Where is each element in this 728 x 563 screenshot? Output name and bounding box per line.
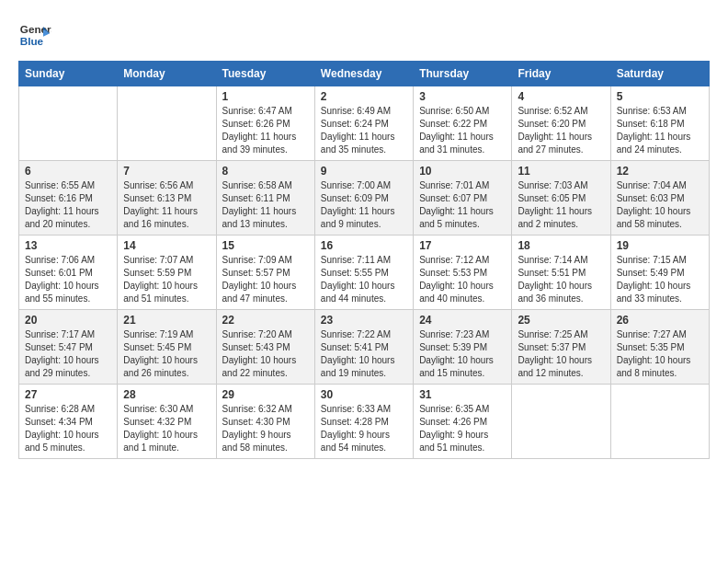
day-detail: Sunrise: 6:28 AM Sunset: 4:34 PM Dayligh… (25, 403, 111, 454)
day-number: 31 (419, 388, 506, 401)
day-number: 13 (25, 239, 111, 252)
calendar-cell: 30Sunrise: 6:33 AM Sunset: 4:28 PM Dayli… (314, 385, 413, 459)
day-number: 5 (617, 90, 703, 103)
calendar-cell: 16Sunrise: 7:11 AM Sunset: 5:55 PM Dayli… (314, 236, 413, 310)
weekday-header-tuesday: Tuesday (216, 62, 314, 86)
day-number: 11 (518, 165, 604, 178)
calendar-cell: 11Sunrise: 7:03 AM Sunset: 6:05 PM Dayli… (512, 161, 610, 236)
calendar-week-row: 6Sunrise: 6:55 AM Sunset: 6:16 PM Daylig… (19, 161, 710, 236)
calendar-table: SundayMondayTuesdayWednesdayThursdayFrid… (18, 61, 710, 459)
calendar-cell: 26Sunrise: 7:27 AM Sunset: 5:35 PM Dayli… (610, 310, 709, 385)
day-number: 12 (617, 165, 703, 178)
day-number: 30 (321, 388, 407, 401)
calendar-week-row: 20Sunrise: 7:17 AM Sunset: 5:47 PM Dayli… (19, 310, 710, 385)
calendar-cell: 23Sunrise: 7:22 AM Sunset: 5:41 PM Dayli… (314, 310, 413, 385)
calendar-cell: 29Sunrise: 6:32 AM Sunset: 4:30 PM Dayli… (216, 385, 314, 459)
weekday-header-wednesday: Wednesday (314, 62, 413, 86)
day-detail: Sunrise: 6:50 AM Sunset: 6:22 PM Dayligh… (419, 105, 506, 156)
calendar-cell (19, 86, 118, 161)
day-detail: Sunrise: 7:20 AM Sunset: 5:43 PM Dayligh… (222, 328, 309, 380)
day-number: 19 (617, 239, 703, 252)
weekday-header-monday: Monday (118, 62, 216, 86)
calendar-cell: 12Sunrise: 7:04 AM Sunset: 6:03 PM Dayli… (610, 161, 709, 236)
calendar-cell: 3Sunrise: 6:50 AM Sunset: 6:22 PM Daylig… (414, 86, 512, 161)
weekday-header-saturday: Saturday (610, 62, 709, 86)
day-number: 16 (321, 239, 407, 252)
logo-icon: General Blue (18, 18, 51, 52)
calendar-cell: 15Sunrise: 7:09 AM Sunset: 5:57 PM Dayli… (216, 236, 314, 310)
day-number: 3 (419, 90, 506, 103)
day-number: 20 (25, 314, 111, 327)
calendar-cell: 17Sunrise: 7:12 AM Sunset: 5:53 PM Dayli… (414, 236, 512, 310)
calendar-cell (118, 86, 216, 161)
day-number: 18 (518, 239, 604, 252)
calendar-cell: 18Sunrise: 7:14 AM Sunset: 5:51 PM Dayli… (512, 236, 610, 310)
day-detail: Sunrise: 7:25 AM Sunset: 5:37 PM Dayligh… (518, 328, 604, 380)
day-number: 29 (222, 388, 309, 401)
calendar-cell: 25Sunrise: 7:25 AM Sunset: 5:37 PM Dayli… (512, 310, 610, 385)
calendar-cell: 14Sunrise: 7:07 AM Sunset: 5:59 PM Dayli… (118, 236, 216, 310)
calendar-cell: 6Sunrise: 6:55 AM Sunset: 6:16 PM Daylig… (19, 161, 118, 236)
day-number: 14 (123, 239, 210, 252)
day-number: 2 (321, 90, 407, 103)
day-detail: Sunrise: 6:47 AM Sunset: 6:26 PM Dayligh… (222, 105, 309, 156)
day-detail: Sunrise: 7:22 AM Sunset: 5:41 PM Dayligh… (321, 328, 407, 380)
calendar-week-row: 1Sunrise: 6:47 AM Sunset: 6:26 PM Daylig… (19, 86, 710, 161)
calendar-cell (610, 385, 709, 459)
day-detail: Sunrise: 7:27 AM Sunset: 5:35 PM Dayligh… (617, 328, 703, 380)
calendar-cell: 22Sunrise: 7:20 AM Sunset: 5:43 PM Dayli… (216, 310, 314, 385)
calendar-cell: 4Sunrise: 6:52 AM Sunset: 6:20 PM Daylig… (512, 86, 610, 161)
day-detail: Sunrise: 7:23 AM Sunset: 5:39 PM Dayligh… (419, 328, 506, 380)
day-number: 21 (123, 314, 210, 327)
weekday-header-sunday: Sunday (19, 62, 118, 86)
day-number: 8 (222, 165, 309, 178)
calendar-cell (512, 385, 610, 459)
day-detail: Sunrise: 7:04 AM Sunset: 6:03 PM Dayligh… (617, 179, 703, 231)
day-detail: Sunrise: 7:12 AM Sunset: 5:53 PM Dayligh… (419, 254, 506, 305)
day-number: 23 (321, 314, 407, 327)
calendar-cell: 5Sunrise: 6:53 AM Sunset: 6:18 PM Daylig… (610, 86, 709, 161)
day-detail: Sunrise: 6:55 AM Sunset: 6:16 PM Dayligh… (25, 179, 111, 231)
day-detail: Sunrise: 7:17 AM Sunset: 5:47 PM Dayligh… (25, 328, 111, 380)
day-number: 26 (617, 314, 703, 327)
day-number: 10 (419, 165, 506, 178)
day-detail: Sunrise: 7:09 AM Sunset: 5:57 PM Dayligh… (222, 254, 309, 305)
day-detail: Sunrise: 7:11 AM Sunset: 5:55 PM Dayligh… (321, 254, 407, 305)
calendar-week-row: 27Sunrise: 6:28 AM Sunset: 4:34 PM Dayli… (19, 385, 710, 459)
day-detail: Sunrise: 6:53 AM Sunset: 6:18 PM Dayligh… (617, 105, 703, 156)
weekday-header-row: SundayMondayTuesdayWednesdayThursdayFrid… (19, 62, 710, 86)
day-detail: Sunrise: 6:58 AM Sunset: 6:11 PM Dayligh… (222, 179, 309, 231)
day-detail: Sunrise: 6:52 AM Sunset: 6:20 PM Dayligh… (518, 105, 604, 156)
day-detail: Sunrise: 6:56 AM Sunset: 6:13 PM Dayligh… (123, 179, 210, 231)
calendar-cell: 21Sunrise: 7:19 AM Sunset: 5:45 PM Dayli… (118, 310, 216, 385)
svg-text:Blue: Blue (20, 35, 44, 47)
day-detail: Sunrise: 7:00 AM Sunset: 6:09 PM Dayligh… (321, 179, 407, 231)
day-number: 22 (222, 314, 309, 327)
day-detail: Sunrise: 7:07 AM Sunset: 5:59 PM Dayligh… (123, 254, 210, 305)
calendar-cell: 1Sunrise: 6:47 AM Sunset: 6:26 PM Daylig… (216, 86, 314, 161)
day-number: 6 (25, 165, 111, 178)
day-detail: Sunrise: 7:01 AM Sunset: 6:07 PM Dayligh… (419, 179, 506, 231)
day-number: 4 (518, 90, 604, 103)
day-number: 17 (419, 239, 506, 252)
calendar-cell: 2Sunrise: 6:49 AM Sunset: 6:24 PM Daylig… (314, 86, 413, 161)
calendar-cell: 31Sunrise: 6:35 AM Sunset: 4:26 PM Dayli… (414, 385, 512, 459)
day-detail: Sunrise: 7:06 AM Sunset: 6:01 PM Dayligh… (25, 254, 111, 305)
calendar-cell: 10Sunrise: 7:01 AM Sunset: 6:07 PM Dayli… (414, 161, 512, 236)
day-number: 7 (123, 165, 210, 178)
weekday-header-friday: Friday (512, 62, 610, 86)
calendar-cell: 7Sunrise: 6:56 AM Sunset: 6:13 PM Daylig… (118, 161, 216, 236)
calendar-cell: 9Sunrise: 7:00 AM Sunset: 6:09 PM Daylig… (314, 161, 413, 236)
day-detail: Sunrise: 7:03 AM Sunset: 6:05 PM Dayligh… (518, 179, 604, 231)
day-detail: Sunrise: 6:33 AM Sunset: 4:28 PM Dayligh… (321, 403, 407, 454)
calendar-cell: 19Sunrise: 7:15 AM Sunset: 5:49 PM Dayli… (610, 236, 709, 310)
calendar-cell: 24Sunrise: 7:23 AM Sunset: 5:39 PM Dayli… (414, 310, 512, 385)
day-number: 9 (321, 165, 407, 178)
day-number: 27 (25, 388, 111, 401)
day-number: 1 (222, 90, 309, 103)
day-number: 28 (123, 388, 210, 401)
weekday-header-thursday: Thursday (414, 62, 512, 86)
day-detail: Sunrise: 7:14 AM Sunset: 5:51 PM Dayligh… (518, 254, 604, 305)
calendar-cell: 27Sunrise: 6:28 AM Sunset: 4:34 PM Dayli… (19, 385, 118, 459)
day-detail: Sunrise: 7:19 AM Sunset: 5:45 PM Dayligh… (123, 328, 210, 380)
